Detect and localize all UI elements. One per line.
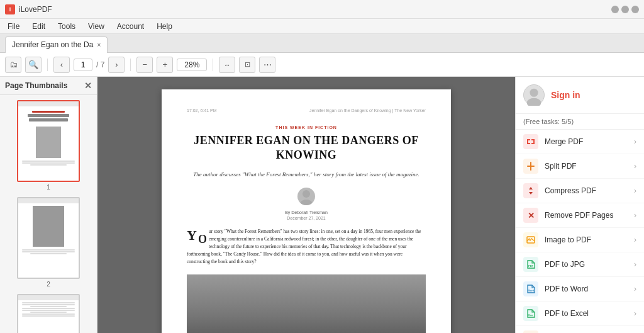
thumbnail-label-1: 1 <box>47 184 50 191</box>
pdf-page: 17:02, 6:41 PM Jennifer Egan on the Dang… <box>162 89 451 333</box>
pdf-to-powerpoint-icon: PPT <box>523 330 538 333</box>
compress-pdf-label: Compress PDF <box>545 186 628 195</box>
svg-text:Word: Word <box>528 289 535 292</box>
tool-split-pdf[interactable]: Split PDF › <box>516 154 644 179</box>
svg-point-4 <box>287 287 325 331</box>
pdf-to-jpg-label: PDF to JPG <box>545 260 628 269</box>
page-header-left: 17:02, 6:41 PM <box>187 108 216 113</box>
article-title: JENNIFER EGAN ON THE DANGERS OF KNOWING <box>187 133 426 163</box>
main-area: Page Thumbnails ✕ 1 <box>0 77 644 333</box>
window-controls <box>611 6 639 13</box>
svg-point-7 <box>530 89 538 97</box>
pdf-to-excel-icon: Xlsx <box>523 306 538 321</box>
app-title: iLovePDF <box>19 5 611 14</box>
svg-point-5 <box>272 315 341 333</box>
page-forward-button[interactable]: › <box>108 57 125 73</box>
fit-page-button[interactable]: ⊡ <box>239 57 255 73</box>
image-to-pdf-arrow: › <box>634 235 636 244</box>
user-avatar <box>523 84 545 106</box>
search-button[interactable]: 🔍 <box>25 57 42 73</box>
page-header-right: Jennifer Egan on the Dangers of Knowing … <box>309 108 426 113</box>
svg-text:Xlsx: Xlsx <box>528 313 533 317</box>
pdf-to-jpg-icon: PDF <box>523 257 538 272</box>
author-avatar <box>297 188 315 205</box>
sign-in-button[interactable]: Sign in <box>551 90 580 100</box>
minimize-button[interactable] <box>611 6 619 13</box>
close-window-button[interactable] <box>631 6 639 13</box>
section-label: THIS WEEK IN FICTION <box>187 125 426 130</box>
title-bar: i iLovePDF <box>0 0 644 19</box>
zoom-level-display: 28% <box>177 59 207 71</box>
menu-help[interactable]: Help <box>154 21 175 32</box>
menu-bar: File Edit Tools View Account Help <box>0 19 644 34</box>
sidebar-close-button[interactable]: ✕ <box>84 81 92 91</box>
tool-merge-pdf[interactable]: Merge PDF › <box>516 130 644 154</box>
svg-text:PDF: PDF <box>528 264 534 268</box>
document-tab[interactable]: Jennifer Egan on the Da × <box>5 37 108 53</box>
fit-width-button[interactable]: ↔ <box>219 57 235 73</box>
sidebar: Page Thumbnails ✕ 1 <box>0 77 97 333</box>
pdf-to-word-arrow: › <box>634 285 636 293</box>
sidebar-title: Page Thumbnails <box>5 81 67 90</box>
thumbnail-preview-3 <box>17 294 80 333</box>
split-pdf-label: Split PDF <box>545 162 628 171</box>
menu-tools[interactable]: Tools <box>55 21 78 32</box>
image-to-pdf-icon <box>523 232 538 247</box>
remove-pages-icon: ✕ <box>523 208 538 223</box>
tab-close-button[interactable]: × <box>97 42 101 48</box>
app-icon: i <box>5 4 15 14</box>
page-number-input[interactable] <box>74 59 92 71</box>
page-back-button[interactable]: ‹ <box>53 57 70 73</box>
toolbar: 🗂 🔍 ‹ / 7 › − + 28% ↔ ⊡ ⋯ <box>0 53 644 77</box>
compress-pdf-arrow: › <box>634 186 636 195</box>
free-tasks-label: (Free tasks: 5/5) <box>516 114 644 130</box>
thumbnail-page-2[interactable]: 2 <box>5 197 92 288</box>
pdf-viewer: 17:02, 6:41 PM Jennifer Egan on the Dang… <box>97 77 515 333</box>
compress-pdf-icon <box>523 183 538 198</box>
pdf-to-word-icon: Word <box>523 281 538 296</box>
thumbnail-preview-2 <box>17 197 80 279</box>
thumbnails-container: 1 2 <box>0 95 97 333</box>
tool-remove-pages[interactable]: ✕ Remove PDF Pages › <box>516 203 644 228</box>
restore-button[interactable] <box>621 6 629 13</box>
merge-pdf-arrow: › <box>634 137 636 146</box>
thumbnail-page-3[interactable]: 3 <box>5 294 92 333</box>
article-body: Your story "What the Forest Remembers" h… <box>187 228 426 266</box>
menu-account[interactable]: Account <box>114 21 147 32</box>
article-subtitle: The author discusses "What the Forest Re… <box>187 171 426 179</box>
toolbar-separator-1 <box>47 59 48 71</box>
tool-pdf-to-excel[interactable]: Xlsx PDF to Excel › <box>516 302 644 326</box>
tool-compress-pdf[interactable]: Compress PDF › <box>516 179 644 203</box>
image-to-pdf-label: Image to PDF <box>545 235 628 244</box>
menu-file[interactable]: File <box>5 21 22 32</box>
tab-label: Jennifer Egan on the Da <box>12 40 93 49</box>
menu-edit[interactable]: Edit <box>30 21 48 32</box>
svg-point-0 <box>303 190 310 198</box>
open-folder-button[interactable]: 🗂 <box>5 57 21 73</box>
tool-image-to-pdf[interactable]: Image to PDF › <box>516 228 644 252</box>
zoom-in-button[interactable]: + <box>157 57 173 73</box>
author-date: December 27, 2021 <box>187 216 426 220</box>
tab-bar: Jennifer Egan on the Da × <box>0 34 644 53</box>
more-options-button[interactable]: ⋯ <box>259 57 275 73</box>
article-image <box>187 274 426 333</box>
thumbnail-page-1[interactable]: 1 <box>5 100 92 191</box>
toolbar-separator-2 <box>130 59 131 71</box>
toolbar-separator-3 <box>213 59 213 71</box>
tools-list: Merge PDF › Split PDF › Compress PDF › <box>516 130 644 333</box>
tool-pdf-to-jpg[interactable]: PDF PDF to JPG › <box>516 252 644 277</box>
zoom-out-button[interactable]: − <box>136 57 153 73</box>
merge-pdf-label: Merge PDF <box>545 137 628 146</box>
tool-pdf-to-word[interactable]: Word PDF to Word › <box>516 277 644 302</box>
menu-view[interactable]: View <box>86 21 107 32</box>
remove-pages-label: Remove PDF Pages <box>545 211 628 220</box>
tool-pdf-to-powerpoint[interactable]: PPT PDF to PowerPoint › <box>516 326 644 333</box>
split-pdf-arrow: › <box>634 162 636 171</box>
remove-pages-arrow: › <box>634 211 636 220</box>
page-header: 17:02, 6:41 PM Jennifer Egan on the Dang… <box>187 108 426 113</box>
thumbnail-label-2: 2 <box>47 281 50 288</box>
author-byline: By Deborah Treisman <box>187 210 426 215</box>
pdf-to-excel-arrow: › <box>634 309 636 318</box>
svg-rect-2 <box>187 274 426 333</box>
right-panel-header: Sign in <box>516 77 644 114</box>
